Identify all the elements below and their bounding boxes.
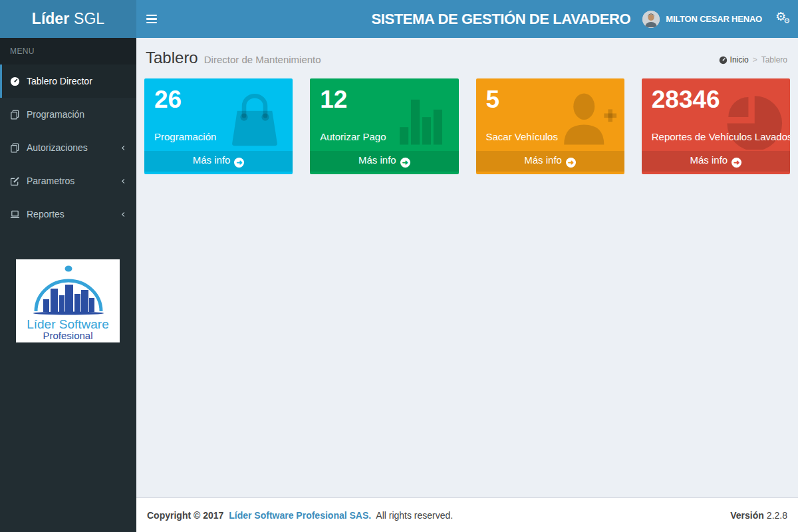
content-header: Tablero Director de Mantenimiento Inicio… [136, 38, 798, 78]
content-area: Tablero Director de Mantenimiento Inicio… [136, 38, 798, 497]
copyright-text: Copyright © 2017 Líder Software Profesio… [147, 510, 453, 521]
sidebar-item-programacion[interactable]: Programación [0, 98, 136, 131]
infobox-value: 5 [486, 86, 614, 114]
brand-logo-rest: SGL [74, 10, 104, 28]
sidebar-item-label: Parametros [27, 176, 74, 186]
breadcrumb-current: Tablero [761, 55, 787, 65]
more-info-link[interactable]: Más info➜ [642, 151, 790, 172]
sidebar-item-tablero-director[interactable]: Tablero Director [0, 65, 136, 98]
infobox-sacar-vehiculos: 5 Sacar Vehículos Más info➜ [476, 78, 624, 174]
home-gauge-icon [719, 56, 728, 65]
chevron-left-icon [120, 177, 127, 186]
avatar [642, 11, 660, 28]
gears-icon: ⚙⚙ [775, 11, 786, 23]
breadcrumb-separator: > [753, 55, 757, 65]
dashboard-icon [10, 76, 20, 86]
arrow-circle-icon: ➜ [234, 158, 244, 168]
more-info-link[interactable]: Más info➜ [310, 151, 458, 172]
company-logo-line1: Líder Software [27, 317, 109, 331]
infobox-label: Sacar Vehículos [486, 131, 614, 142]
chevron-left-icon [120, 210, 127, 219]
sidebar-menu: Tablero Director Programación Autorizaci… [0, 65, 136, 231]
infobox-label: Reportes de Vehículos Lavados [652, 131, 780, 142]
company-link[interactable]: Líder Software Profesional SAS. [229, 510, 371, 521]
sidebar-item-autorizaciones[interactable]: Autorizaciones [0, 131, 136, 164]
arrow-circle-icon: ➜ [732, 158, 741, 168]
brand-logo[interactable]: Líder SGL [0, 0, 136, 38]
breadcrumb-home-link[interactable]: Inicio [719, 55, 749, 65]
infobox-label: Programación [154, 131, 283, 142]
user-name: MILTON CESAR HENAO [666, 14, 762, 24]
info-boxes-row: 26 Programación Más info➜ 12 Autorizar P… [136, 78, 798, 174]
infobox-reportes-vehiculos-lavados: 28346 Reportes de Vehículos Lavados Más … [642, 78, 790, 174]
breadcrumb: Inicio > Tablero [719, 55, 787, 65]
infobox-programacion: 26 Programación Más info➜ [144, 78, 293, 174]
brand-logo-bold: Líder [32, 10, 69, 28]
infobox-label: Autorizar Pago [320, 131, 448, 142]
files-icon [10, 143, 20, 153]
more-info-link[interactable]: Más info➜ [144, 151, 293, 172]
sidebar-item-label: Reportes [27, 209, 65, 219]
top-navbar: SISTEMA DE GESTIÓN DE LAVADERO MILTON CE… [136, 0, 798, 38]
sidebar: MENU Tablero Director Programación Autor… [0, 38, 136, 532]
sidebar-toggle-button[interactable] [136, 0, 167, 38]
sidebar-item-label: Programación [27, 109, 84, 120]
app-title: SISTEMA DE GESTIÓN DE LAVADERO [372, 11, 631, 28]
company-logo: Líder Software Profesional [16, 259, 120, 342]
page-title: Tablero Director de Mantenimiento [146, 49, 788, 67]
main-footer: Copyright © 2017 Líder Software Profesio… [136, 497, 798, 532]
laptop-icon [10, 209, 20, 219]
version-text: Versión2.2.8 [730, 510, 787, 521]
infobox-value: 26 [154, 86, 283, 114]
arrow-circle-icon: ➜ [566, 158, 576, 168]
main-header: Líder SGL SISTEMA DE GESTIÓN DE LAVADERO… [0, 0, 798, 38]
infobox-value: 12 [320, 86, 448, 114]
sidebar-item-reportes[interactable]: Reportes [0, 198, 136, 231]
sidebar-item-label: Autorizaciones [27, 142, 88, 153]
infobox-value: 28346 [652, 86, 780, 114]
user-menu[interactable]: MILTON CESAR HENAO [630, 0, 769, 38]
hamburger-icon [146, 15, 157, 16]
sidebar-menu-header: MENU [0, 38, 136, 65]
arrow-circle-icon: ➜ [400, 158, 410, 168]
chevron-left-icon [120, 144, 127, 152]
page-subtitle: Director de Mantenimiento [204, 54, 321, 65]
company-logo-line2: Profesional [43, 330, 92, 341]
files-icon [10, 110, 20, 120]
edit-icon [10, 176, 20, 186]
more-info-link[interactable]: Más info➜ [476, 151, 624, 172]
sidebar-item-parametros[interactable]: Parametros [0, 164, 136, 198]
infobox-autorizar-pago: 12 Autorizar Pago Más info➜ [310, 78, 458, 174]
settings-button[interactable]: ⚙⚙ [769, 0, 798, 38]
sidebar-item-label: Tablero Director [27, 76, 92, 86]
